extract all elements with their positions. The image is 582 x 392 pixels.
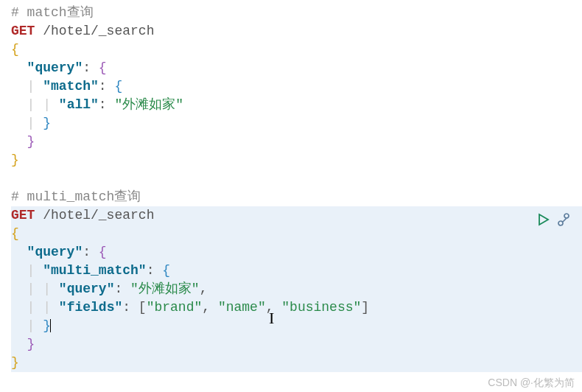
comment-text: # multi_match查询 <box>11 189 141 204</box>
settings-button[interactable] <box>556 212 571 227</box>
json-key: "fields" <box>59 300 122 315</box>
json-string: "brand" <box>147 300 203 315</box>
request-path: /hotel/_search <box>35 24 154 38</box>
json-key: "query" <box>27 245 83 259</box>
json-key: "query" <box>59 281 115 296</box>
http-method: GET <box>11 24 35 38</box>
json-key: "match" <box>43 79 99 94</box>
comment-text: # match查询 <box>11 5 94 20</box>
text-cursor <box>50 319 51 332</box>
json-string: "name" <box>218 300 266 315</box>
code-editor[interactable]: # match查询 GET /hotel/_search { "query": … <box>0 0 582 376</box>
run-query-button[interactable] <box>536 212 550 227</box>
svg-marker-0 <box>539 214 548 225</box>
brace: { <box>11 42 19 57</box>
json-key: "all" <box>59 97 99 112</box>
json-string: "外滩如家" <box>114 97 183 112</box>
json-string: "外滩如家" <box>130 281 200 296</box>
action-icons-row <box>536 212 571 227</box>
json-key: "multi_match" <box>43 263 146 278</box>
json-key: "query" <box>27 60 83 75</box>
request-path: /hotel/_search <box>35 208 154 223</box>
watermark-text: CSDN @·化繁为简 <box>488 377 575 390</box>
http-method: GET <box>11 208 35 223</box>
json-string: "business" <box>281 300 361 315</box>
